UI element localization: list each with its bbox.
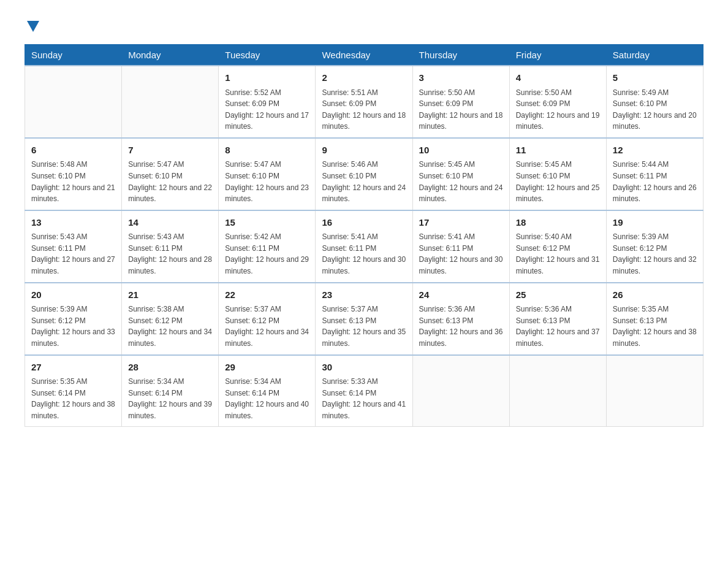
calendar-cell: 18Sunrise: 5:40 AMSunset: 6:12 PMDayligh…: [509, 210, 606, 283]
col-header-friday: Friday: [509, 45, 606, 66]
calendar-cell: 22Sunrise: 5:37 AMSunset: 6:12 PMDayligh…: [219, 283, 316, 355]
calendar-cell: 15Sunrise: 5:42 AMSunset: 6:11 PMDayligh…: [219, 210, 316, 283]
col-header-thursday: Thursday: [412, 45, 509, 66]
day-info: Sunrise: 5:50 AMSunset: 6:09 PMDaylight:…: [419, 87, 503, 132]
calendar-week-2: 6Sunrise: 5:48 AMSunset: 6:10 PMDaylight…: [25, 138, 703, 210]
day-info: Sunrise: 5:34 AMSunset: 6:14 PMDaylight:…: [225, 376, 309, 421]
calendar-cell: 5Sunrise: 5:49 AMSunset: 6:10 PMDaylight…: [606, 66, 703, 138]
calendar-cell: 24Sunrise: 5:36 AMSunset: 6:13 PMDayligh…: [412, 283, 509, 355]
calendar-cell: 23Sunrise: 5:37 AMSunset: 6:13 PMDayligh…: [316, 283, 412, 355]
day-number: 14: [128, 216, 212, 230]
logo-triangle-icon: [27, 21, 39, 32]
day-info: Sunrise: 5:51 AMSunset: 6:09 PMDaylight:…: [322, 87, 406, 132]
day-info: Sunrise: 5:35 AMSunset: 6:13 PMDaylight:…: [613, 304, 697, 349]
calendar-cell: 13Sunrise: 5:43 AMSunset: 6:11 PMDayligh…: [25, 210, 122, 283]
day-info: Sunrise: 5:43 AMSunset: 6:11 PMDaylight:…: [128, 231, 212, 277]
day-info: Sunrise: 5:45 AMSunset: 6:10 PMDaylight:…: [516, 159, 600, 204]
calendar-cell: 16Sunrise: 5:41 AMSunset: 6:11 PMDayligh…: [316, 210, 412, 283]
calendar-cell: 2Sunrise: 5:51 AMSunset: 6:09 PMDaylight…: [316, 66, 412, 138]
day-number: 27: [31, 361, 115, 375]
calendar-cell: [122, 66, 219, 138]
day-number: 21: [128, 288, 212, 302]
day-number: 11: [516, 144, 600, 158]
calendar-cell: 29Sunrise: 5:34 AMSunset: 6:14 PMDayligh…: [219, 355, 316, 427]
day-number: 17: [419, 216, 503, 230]
day-info: Sunrise: 5:36 AMSunset: 6:13 PMDaylight:…: [516, 304, 600, 349]
calendar-cell: [606, 355, 703, 427]
col-header-saturday: Saturday: [606, 45, 703, 66]
day-number: 23: [322, 288, 406, 302]
day-info: Sunrise: 5:43 AMSunset: 6:11 PMDaylight:…: [31, 231, 115, 277]
calendar-cell: 30Sunrise: 5:33 AMSunset: 6:14 PMDayligh…: [316, 355, 412, 427]
day-number: 25: [516, 288, 600, 302]
day-number: 3: [419, 71, 503, 85]
calendar-cell: [509, 355, 606, 427]
day-number: 26: [613, 288, 697, 302]
day-info: Sunrise: 5:39 AMSunset: 6:12 PMDaylight:…: [613, 231, 697, 277]
col-header-sunday: Sunday: [25, 45, 122, 66]
calendar-cell: 19Sunrise: 5:39 AMSunset: 6:12 PMDayligh…: [606, 210, 703, 283]
day-number: 1: [225, 71, 309, 85]
day-number: 15: [225, 216, 309, 230]
day-number: 2: [322, 71, 406, 85]
calendar-cell: [412, 355, 509, 427]
calendar-cell: 9Sunrise: 5:46 AMSunset: 6:10 PMDaylight…: [316, 138, 412, 210]
day-info: Sunrise: 5:52 AMSunset: 6:09 PMDaylight:…: [225, 87, 309, 132]
calendar-cell: 7Sunrise: 5:47 AMSunset: 6:10 PMDaylight…: [122, 138, 219, 210]
day-info: Sunrise: 5:38 AMSunset: 6:12 PMDaylight:…: [128, 304, 212, 349]
day-info: Sunrise: 5:39 AMSunset: 6:12 PMDaylight:…: [31, 304, 115, 349]
calendar-cell: 10Sunrise: 5:45 AMSunset: 6:10 PMDayligh…: [412, 138, 509, 210]
day-number: 30: [322, 361, 406, 375]
day-number: 4: [516, 71, 600, 85]
calendar-cell: 21Sunrise: 5:38 AMSunset: 6:12 PMDayligh…: [122, 283, 219, 355]
calendar-cell: 14Sunrise: 5:43 AMSunset: 6:11 PMDayligh…: [122, 210, 219, 283]
col-header-monday: Monday: [122, 45, 219, 66]
day-info: Sunrise: 5:45 AMSunset: 6:10 PMDaylight:…: [419, 159, 503, 204]
calendar-cell: 1Sunrise: 5:52 AMSunset: 6:09 PMDaylight…: [219, 66, 316, 138]
calendar-week-5: 27Sunrise: 5:35 AMSunset: 6:14 PMDayligh…: [25, 355, 703, 427]
logo: [25, 18, 39, 32]
day-info: Sunrise: 5:40 AMSunset: 6:12 PMDaylight:…: [516, 231, 600, 277]
day-number: 13: [31, 216, 115, 230]
day-info: Sunrise: 5:50 AMSunset: 6:09 PMDaylight:…: [516, 87, 600, 132]
day-info: Sunrise: 5:34 AMSunset: 6:14 PMDaylight:…: [128, 376, 212, 421]
day-number: 12: [613, 144, 697, 158]
day-info: Sunrise: 5:44 AMSunset: 6:11 PMDaylight:…: [613, 159, 697, 204]
calendar-cell: 20Sunrise: 5:39 AMSunset: 6:12 PMDayligh…: [25, 283, 122, 355]
calendar-cell: 27Sunrise: 5:35 AMSunset: 6:14 PMDayligh…: [25, 355, 122, 427]
col-header-wednesday: Wednesday: [316, 45, 412, 66]
day-number: 22: [225, 288, 309, 302]
day-info: Sunrise: 5:37 AMSunset: 6:13 PMDaylight:…: [322, 304, 406, 349]
calendar-table: SundayMondayTuesdayWednesdayThursdayFrid…: [25, 44, 703, 427]
calendar-cell: 8Sunrise: 5:47 AMSunset: 6:10 PMDaylight…: [219, 138, 316, 210]
col-header-tuesday: Tuesday: [219, 45, 316, 66]
day-info: Sunrise: 5:36 AMSunset: 6:13 PMDaylight:…: [419, 304, 503, 349]
calendar-cell: 25Sunrise: 5:36 AMSunset: 6:13 PMDayligh…: [509, 283, 606, 355]
day-number: 5: [613, 71, 697, 85]
day-number: 28: [128, 361, 212, 375]
calendar-cell: 17Sunrise: 5:41 AMSunset: 6:11 PMDayligh…: [412, 210, 509, 283]
day-info: Sunrise: 5:41 AMSunset: 6:11 PMDaylight:…: [419, 231, 503, 277]
calendar-week-3: 13Sunrise: 5:43 AMSunset: 6:11 PMDayligh…: [25, 210, 703, 283]
day-info: Sunrise: 5:46 AMSunset: 6:10 PMDaylight:…: [322, 159, 406, 204]
calendar-header: SundayMondayTuesdayWednesdayThursdayFrid…: [25, 45, 703, 66]
day-number: 9: [322, 144, 406, 158]
day-number: 19: [613, 216, 697, 230]
day-info: Sunrise: 5:41 AMSunset: 6:11 PMDaylight:…: [322, 231, 406, 277]
day-info: Sunrise: 5:49 AMSunset: 6:10 PMDaylight:…: [613, 87, 697, 132]
calendar-cell: 6Sunrise: 5:48 AMSunset: 6:10 PMDaylight…: [25, 138, 122, 210]
day-number: 16: [322, 216, 406, 230]
calendar-week-1: 1Sunrise: 5:52 AMSunset: 6:09 PMDaylight…: [25, 66, 703, 138]
page-header: [25, 18, 703, 32]
day-info: Sunrise: 5:42 AMSunset: 6:11 PMDaylight:…: [225, 231, 309, 277]
calendar-cell: 26Sunrise: 5:35 AMSunset: 6:13 PMDayligh…: [606, 283, 703, 355]
day-number: 8: [225, 144, 309, 158]
day-number: 20: [31, 288, 115, 302]
day-number: 10: [419, 144, 503, 158]
calendar-cell: 3Sunrise: 5:50 AMSunset: 6:09 PMDaylight…: [412, 66, 509, 138]
day-info: Sunrise: 5:37 AMSunset: 6:12 PMDaylight:…: [225, 304, 309, 349]
calendar-cell: 28Sunrise: 5:34 AMSunset: 6:14 PMDayligh…: [122, 355, 219, 427]
day-info: Sunrise: 5:47 AMSunset: 6:10 PMDaylight:…: [225, 159, 309, 204]
day-number: 7: [128, 144, 212, 158]
calendar-week-4: 20Sunrise: 5:39 AMSunset: 6:12 PMDayligh…: [25, 283, 703, 355]
